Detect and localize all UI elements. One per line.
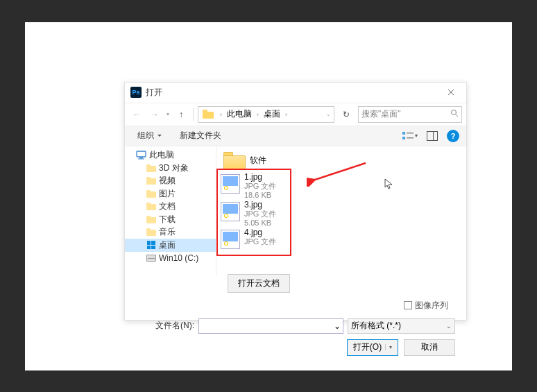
folder-icon: [223, 152, 246, 170]
path-root[interactable]: [200, 110, 218, 119]
folder-icon: [146, 189, 156, 199]
file-name: 3.jpg: [244, 201, 276, 210]
annotation-box: 1.jpgJPG 文件18.6 KB3.jpgJPG 文件5.05 KB4.jp…: [216, 169, 291, 256]
sidebar: 此电脑3D 对象视频图片文档下载音乐桌面Win10 (C:): [125, 146, 216, 275]
nav-forward-button[interactable]: →: [147, 107, 162, 122]
help-button[interactable]: ?: [447, 130, 459, 142]
new-folder-button[interactable]: 新建文件夹: [174, 128, 227, 144]
titlebar: Ps 打开: [125, 83, 466, 103]
file-name: 4.jpg: [244, 228, 276, 237]
open-cloud-button[interactable]: 打开云文档: [228, 274, 290, 293]
image-file-icon: [221, 202, 240, 221]
tree-item-label: 此电脑: [149, 149, 174, 161]
tree-item-label: 图片: [159, 188, 176, 200]
tree-item-图片[interactable]: 图片: [125, 187, 216, 201]
svg-point-0: [452, 110, 457, 115]
filter-label: 所有格式 (*.*): [351, 320, 401, 332]
search-placeholder: 搜索"桌面": [361, 108, 448, 120]
search-icon: [450, 109, 459, 119]
tree-item-Win10 (C:)[interactable]: Win10 (C:): [125, 252, 216, 265]
pc-icon: [136, 150, 146, 160]
divider: [193, 108, 194, 121]
file-type: JPG 文件: [244, 237, 276, 246]
tree-item-3D 对象[interactable]: 3D 对象: [125, 162, 216, 175]
svg-rect-7: [137, 151, 146, 157]
folder-label: 软件: [250, 155, 266, 167]
filename-row: 文件名(N): ⌄ 所有格式 (*.*) ⌄: [132, 318, 459, 339]
path-box[interactable]: › 此电脑 › 桌面 › ⌄: [198, 106, 334, 123]
file-item[interactable]: 1.jpgJPG 文件18.6 KB: [221, 171, 287, 199]
svg-rect-1: [402, 132, 405, 135]
tree-item-label: 下载: [159, 214, 176, 225]
nav-back-button[interactable]: ←: [129, 107, 144, 122]
button-row: 打开(O) ▾ 取消: [132, 339, 459, 356]
svg-rect-2: [402, 137, 405, 139]
open-button-label: 打开(O): [353, 341, 382, 353]
folder-icon: [146, 176, 156, 186]
refresh-button[interactable]: ↻: [339, 107, 354, 122]
dialog-title: 打开: [146, 87, 440, 99]
close-button[interactable]: [440, 85, 462, 100]
tree-item-下载[interactable]: 下载: [125, 213, 216, 226]
file-type: JPG 文件: [244, 182, 276, 191]
folder-icon: [146, 227, 156, 237]
svg-rect-4: [407, 137, 414, 139]
tree-item-视频[interactable]: 视频: [125, 175, 216, 188]
cancel-button[interactable]: 取消: [404, 339, 455, 356]
tree-item-音乐[interactable]: 音乐: [125, 226, 216, 239]
svg-rect-8: [139, 157, 143, 159]
filename-input[interactable]: ⌄: [198, 318, 343, 334]
checkbox-label: 图像序列: [415, 300, 448, 312]
file-name: 1.jpg: [244, 173, 276, 182]
tree-item-label: 视频: [159, 175, 176, 187]
path-segment[interactable]: 桌面: [261, 108, 283, 120]
tree-item-label: 音乐: [159, 226, 176, 238]
dialog-footer: 图像序列 文件名(N): ⌄ 所有格式 (*.*) ⌄ 打开(O) ▾ 取消: [125, 293, 466, 363]
open-button[interactable]: 打开(O) ▾: [347, 339, 398, 356]
chevron-down-icon: ▾: [385, 344, 392, 350]
filename-label: 文件名(N):: [132, 320, 194, 332]
file-item[interactable]: 4.jpgJPG 文件: [221, 227, 287, 255]
view-mode-button[interactable]: ▾: [402, 129, 418, 143]
cloud-button-row: 打开云文档: [125, 274, 466, 293]
tree-item-label: 桌面: [159, 239, 176, 251]
chevron-down-icon[interactable]: ⌄: [332, 319, 343, 333]
file-type-filter[interactable]: 所有格式 (*.*) ⌄: [348, 318, 455, 334]
chevron-down-icon: ⌄: [446, 323, 452, 330]
nav-up-button[interactable]: ↑: [173, 107, 189, 122]
disk-icon: [146, 253, 156, 263]
svg-rect-9: [138, 159, 144, 160]
file-size: 5.05 KB: [244, 219, 276, 228]
folder-icon: [146, 201, 156, 212]
file-type: JPG 文件: [244, 210, 276, 219]
svg-rect-3: [407, 133, 414, 134]
app-icon: Ps: [130, 87, 142, 98]
svg-rect-5: [427, 131, 438, 140]
file-size: 18.6 KB: [244, 191, 276, 200]
organize-button[interactable]: 组织: [132, 128, 167, 144]
chevron-right-icon: ›: [218, 111, 224, 118]
preview-pane-button[interactable]: [425, 129, 440, 143]
tree-item-文档[interactable]: 文档: [125, 201, 216, 214]
body: 此电脑3D 对象视频图片文档下载音乐桌面Win10 (C:) 软件 1.jpgJ…: [125, 146, 466, 275]
folder-icon: [203, 110, 214, 119]
folder-icon: [146, 163, 156, 173]
file-item[interactable]: 3.jpgJPG 文件5.05 KB: [221, 199, 287, 227]
checkbox[interactable]: [404, 301, 412, 309]
path-dropdown[interactable]: ⌄: [325, 111, 332, 117]
path-segment[interactable]: 此电脑: [224, 108, 255, 120]
folder-icon: [146, 214, 156, 225]
svg-rect-6: [433, 131, 434, 140]
toolbar: 组织 新建文件夹 ▾ ?: [125, 126, 466, 146]
tree-item-桌面[interactable]: 桌面: [125, 239, 216, 252]
nav-history-dropdown[interactable]: ▾: [165, 111, 171, 117]
tree-item-label: Win10 (C:): [159, 253, 198, 263]
image-sequence-option[interactable]: 图像序列: [132, 297, 459, 318]
tree-item-label: 文档: [159, 201, 176, 212]
tree-item-此电脑[interactable]: 此电脑: [125, 149, 216, 162]
file-list-pane: 软件 1.jpgJPG 文件18.6 KB3.jpgJPG 文件5.05 KB4…: [216, 146, 466, 275]
folder-icon: [146, 240, 156, 250]
search-input[interactable]: 搜索"桌面": [358, 106, 462, 123]
image-file-icon: [221, 230, 240, 249]
chevron-right-icon: ›: [283, 111, 289, 118]
